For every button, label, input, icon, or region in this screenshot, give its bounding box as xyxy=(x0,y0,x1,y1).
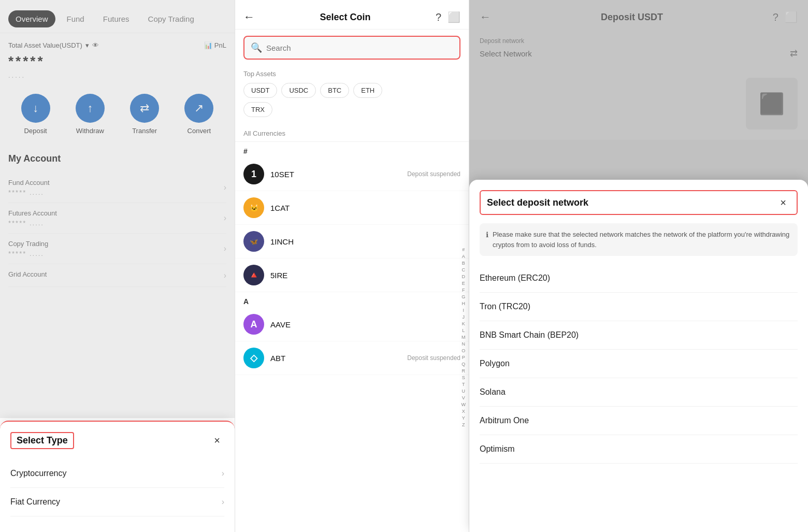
tab-copy-trading[interactable]: Copy Trading xyxy=(141,10,201,27)
dep-network-modal-close-button[interactable]: × xyxy=(776,195,790,210)
list-item[interactable]: 1 10SET Deposit suspended xyxy=(235,157,469,191)
deposit-history-icon[interactable]: ⬜ xyxy=(785,11,798,23)
alpha-h[interactable]: H xyxy=(459,300,468,307)
alpha-u[interactable]: U xyxy=(459,388,468,394)
alpha-p[interactable]: P xyxy=(459,354,468,361)
dropdown-icon[interactable]: ▾ xyxy=(85,41,89,49)
cryptocurrency-option[interactable]: Cryptocurrency › xyxy=(10,459,224,488)
network-select-row[interactable]: Select Network ⇄ xyxy=(480,48,798,59)
qr-placeholder: ⬛ xyxy=(469,67,808,140)
alpha-r[interactable]: R xyxy=(459,368,468,374)
alpha-b[interactable]: B xyxy=(459,260,468,266)
tab-futures[interactable]: Futures xyxy=(96,10,137,27)
convert-label: Convert xyxy=(187,127,211,135)
list-item[interactable]: ◇ ABT Deposit suspended xyxy=(235,341,469,375)
select-coin-back-button[interactable]: ← xyxy=(243,10,255,24)
cryptocurrency-chevron-icon: › xyxy=(222,469,224,478)
coin-name-aave: AAVE xyxy=(270,320,291,329)
alpha-y[interactable]: Y xyxy=(459,415,468,421)
alpha-q[interactable]: Q xyxy=(459,361,468,367)
eye-icon[interactable]: 👁 xyxy=(92,41,99,49)
network-trc20[interactable]: Tron (TRC20) xyxy=(480,293,798,321)
select-type-title: Select Type xyxy=(10,432,74,449)
alpha-g[interactable]: G xyxy=(459,294,468,300)
tab-fund[interactable]: Fund xyxy=(60,10,92,27)
alpha-s[interactable]: S xyxy=(459,375,468,381)
deposit-back-button[interactable]: ← xyxy=(480,10,491,24)
coin-status-10set: Deposit suspended xyxy=(407,170,460,178)
list-item[interactable]: 🔺 5IRE xyxy=(235,258,469,292)
alpha-z[interactable]: Z xyxy=(459,422,468,428)
group-hash: # xyxy=(235,142,469,157)
alpha-x[interactable]: X xyxy=(459,408,468,414)
alpha-l[interactable]: L xyxy=(459,327,468,334)
chip-eth[interactable]: ETH xyxy=(353,83,382,98)
grid-account-label: Grid Account xyxy=(8,270,47,278)
list-item[interactable]: A AAVE xyxy=(235,308,469,341)
alpha-hash[interactable]: # xyxy=(459,247,468,253)
network-select-value: Select Network xyxy=(480,49,532,58)
copy-trading-row[interactable]: Copy Trading ***** ..... › xyxy=(8,234,226,264)
help-icon[interactable]: ? xyxy=(436,11,441,23)
fiat-currency-label: Fiat Currency xyxy=(10,497,60,507)
grid-chevron-icon: › xyxy=(224,271,226,280)
fiat-currency-option[interactable]: Fiat Currency › xyxy=(10,488,224,516)
alpha-f[interactable]: F xyxy=(459,287,468,293)
chart-icon: 📊 xyxy=(204,41,212,49)
network-solana[interactable]: Solana xyxy=(480,378,798,407)
alpha-n[interactable]: N xyxy=(459,341,468,347)
fund-account-row[interactable]: Fund Account ***** ..... › xyxy=(8,172,226,203)
alpha-d[interactable]: D xyxy=(459,274,468,280)
alpha-k[interactable]: K xyxy=(459,321,468,327)
search-input[interactable] xyxy=(266,44,453,52)
tab-overview[interactable]: Overview xyxy=(8,10,55,27)
futures-account-info: Futures Account ***** ..... xyxy=(8,209,57,227)
asset-label-row: Total Asset Value(USDT) ▾ 👁 📊 PnL xyxy=(8,41,226,49)
network-erc20[interactable]: Ethereum (ERC20) xyxy=(480,264,798,293)
info-icon: ℹ xyxy=(486,231,488,239)
convert-icon-circle: ↗ xyxy=(184,94,213,123)
withdraw-button[interactable]: ↑ Withdraw xyxy=(76,94,105,135)
alpha-v[interactable]: V xyxy=(459,395,468,401)
top-assets-chips-2: TRX xyxy=(243,102,460,117)
deposit-network-label: Deposit network xyxy=(480,37,798,45)
list-item[interactable]: 🐱 1CAT xyxy=(235,191,469,225)
chip-usdc[interactable]: USDC xyxy=(281,83,316,98)
pnl-button[interactable]: 📊 PnL xyxy=(204,41,226,49)
alpha-t[interactable]: T xyxy=(459,381,468,387)
grid-account-info: Grid Account xyxy=(8,270,47,280)
alpha-m[interactable]: M xyxy=(459,334,468,340)
search-box[interactable]: 🔍 xyxy=(243,36,460,60)
network-polygon[interactable]: Polygon xyxy=(480,350,798,378)
grid-account-row[interactable]: Grid Account › xyxy=(8,264,226,287)
chip-btc[interactable]: BTC xyxy=(320,83,349,98)
transfer-button[interactable]: ⇄ Transfer xyxy=(130,94,159,135)
alpha-e[interactable]: E xyxy=(459,280,468,286)
alpha-j[interactable]: J xyxy=(459,314,468,320)
coin-icon-5ire: 🔺 xyxy=(243,265,264,285)
deposit-button[interactable]: ↓ Deposit xyxy=(21,94,50,135)
network-bep20[interactable]: BNB Smart Chain (BEP20) xyxy=(480,321,798,350)
copy-trading-value: ***** ..... xyxy=(8,250,48,257)
alpha-i[interactable]: I xyxy=(459,307,468,313)
futures-account-row[interactable]: Futures Account ***** ..... › xyxy=(8,203,226,234)
convert-button[interactable]: ↗ Convert xyxy=(184,94,213,135)
alpha-a[interactable]: A xyxy=(459,253,468,260)
coin-icon-aave: A xyxy=(243,314,264,335)
coin-name-1inch: 1INCH xyxy=(270,237,294,246)
copy-trading-info: Copy Trading ***** ..... xyxy=(8,240,48,257)
chip-trx[interactable]: TRX xyxy=(243,102,272,117)
history-icon[interactable]: ⬜ xyxy=(448,11,460,23)
network-arbitrum[interactable]: Arbitrum One xyxy=(480,407,798,435)
chip-usdt[interactable]: USDT xyxy=(243,83,277,98)
fund-chevron-icon: › xyxy=(224,183,226,192)
alpha-w[interactable]: W xyxy=(459,401,468,408)
alpha-c[interactable]: C xyxy=(459,267,468,273)
list-item[interactable]: 🦋 1INCH xyxy=(235,225,469,258)
select-deposit-network-modal: Select deposit network × ℹ Please make s… xyxy=(469,180,808,532)
select-type-close-button[interactable]: × xyxy=(210,434,224,448)
network-optimism[interactable]: Optimism xyxy=(480,435,798,464)
deposit-help-icon[interactable]: ? xyxy=(773,11,778,23)
dep-network-modal-title: Select deposit network xyxy=(487,197,588,208)
alpha-o[interactable]: O xyxy=(459,348,468,354)
